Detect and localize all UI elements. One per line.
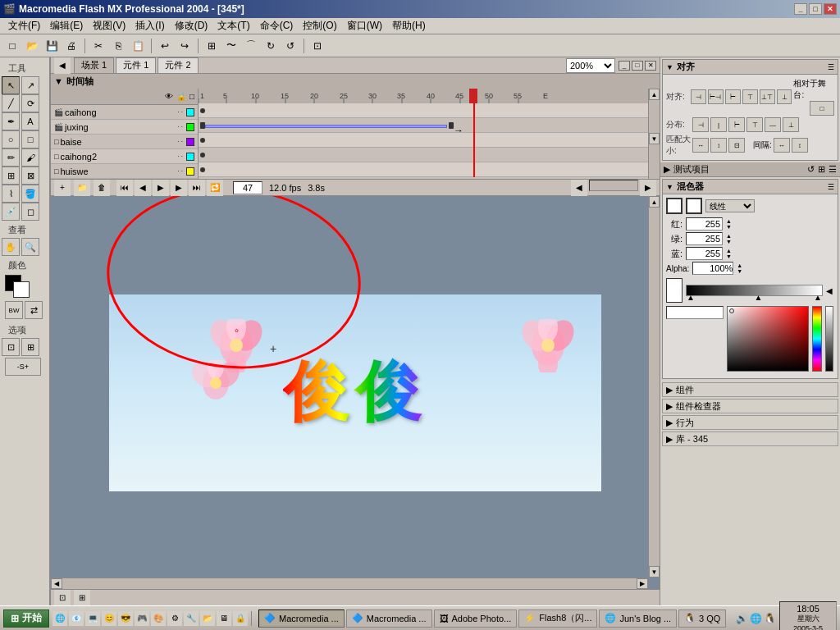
ink-tool[interactable]: ⌇ <box>2 185 20 203</box>
close-button[interactable]: ✕ <box>824 3 837 15</box>
eraser-tool[interactable]: ◻ <box>21 203 39 221</box>
align-bottom-button[interactable]: ⊥ <box>777 89 792 104</box>
gradient-bar[interactable]: ▲ ▲ ▲ <box>686 285 823 296</box>
paste-button[interactable]: 📋 <box>129 37 147 55</box>
blue-spinner[interactable]: ▲ ▼ <box>726 248 732 259</box>
align-right-button[interactable]: ⊢ <box>725 89 741 104</box>
timeline-toggle[interactable]: ▼ <box>54 76 63 86</box>
canvas-scroll-left[interactable]: ◀ <box>51 578 62 589</box>
gradient-stroke-preview[interactable] <box>666 278 682 303</box>
quicklaunch-btn2[interactable]: 📧 <box>69 611 84 626</box>
lasso-tool[interactable]: ⟳ <box>21 94 39 112</box>
black-white-button[interactable]: BW <box>5 301 23 319</box>
scroll-left-button[interactable]: ◀ <box>571 180 587 196</box>
library-panel[interactable]: ▶ 库 - 345 <box>662 431 838 446</box>
quicklaunch-btn4[interactable]: 😊 <box>102 611 116 626</box>
space-v-button[interactable]: ↕ <box>792 138 808 153</box>
stage[interactable]: + ✿ <box>109 294 601 491</box>
layer-name-baise[interactable]: baise <box>60 137 176 147</box>
prev-frame-button[interactable]: ◀ <box>135 180 151 196</box>
scroll-down-button[interactable]: ▼ <box>649 133 660 144</box>
quicklaunch-btn5[interactable]: 😎 <box>118 611 133 626</box>
distribute-top-button[interactable]: ⊤ <box>746 117 763 132</box>
taskbar-app-3[interactable]: 🖼 Adobe Photo... <box>434 609 518 628</box>
menu-view[interactable]: 视图(V) <box>88 17 130 34</box>
distribute-left-button[interactable]: ⊣ <box>692 117 709 132</box>
components-panel[interactable]: ▶ 组件 <box>662 382 838 397</box>
menu-edit[interactable]: 编辑(E) <box>45 17 88 34</box>
distribute-hcenter-button[interactable]: | <box>710 117 727 132</box>
fill-color-swatch[interactable] <box>13 281 30 298</box>
smooth-button[interactable]: 〜 <box>222 37 240 55</box>
canvas-status-btn1[interactable]: ⊡ <box>54 590 71 606</box>
canvas-vscrollbar[interactable]: ▲ ▼ <box>648 196 660 578</box>
match-width-button[interactable]: ↔ <box>692 138 709 153</box>
timeline-hscrollbar[interactable] <box>589 180 638 191</box>
text-tool[interactable]: A <box>21 112 39 130</box>
inner-minimize[interactable]: _ <box>619 61 630 71</box>
zoom-select[interactable]: 200% 100% 50% <box>566 58 615 73</box>
fill-preview[interactable] <box>686 198 702 214</box>
align-top-button[interactable]: ⊤ <box>742 89 758 104</box>
taskbar-app-2[interactable]: 🔷 Macromedia ... <box>346 609 432 628</box>
scene-tab-1[interactable]: 场景 1 <box>74 57 114 74</box>
select-tool[interactable]: ↖ <box>2 76 20 94</box>
frame-row-baise[interactable] <box>199 133 648 148</box>
color-type-select[interactable]: 线性 <box>705 199 755 212</box>
menu-help[interactable]: 帮助(H) <box>387 17 431 34</box>
align-vcenter-button[interactable]: ⊥⊤ <box>760 89 775 104</box>
red-input[interactable] <box>686 217 723 231</box>
test-panel-refresh-icon[interactable]: ↺ <box>807 164 815 175</box>
first-frame-button[interactable]: ⏮ <box>116 180 133 196</box>
test-panel-expand-icon[interactable]: ⊞ <box>818 164 825 175</box>
taskbar-app-4[interactable]: ⚡ Flash8（闪... <box>518 609 597 628</box>
gradient-stop-right[interactable]: ▲ <box>814 293 822 302</box>
frame-row-caihong2[interactable] <box>199 148 648 162</box>
canvas-hscrollbar[interactable]: ◀ ▶ <box>51 578 648 589</box>
rotate-ccw-button[interactable]: ↺ <box>281 37 299 55</box>
taskbar-app-5[interactable]: 🌐 Jun's Blog ... <box>599 609 677 628</box>
option-1[interactable]: ⊡ <box>2 338 20 356</box>
current-frame-input[interactable] <box>233 181 262 194</box>
test-panel-menu-icon[interactable]: ☰ <box>829 164 837 175</box>
snap-button[interactable]: ⊞ <box>203 37 221 55</box>
scroll-thumb[interactable] <box>649 100 660 133</box>
menu-window[interactable]: 窗口(W) <box>342 17 387 34</box>
pen-tool[interactable]: ✒ <box>2 112 20 130</box>
print-button[interactable]: 🖨 <box>62 37 80 55</box>
layer-eye-juxing[interactable]: · <box>178 123 180 130</box>
distribute-right-button[interactable]: ⊢ <box>728 117 745 132</box>
line-tool[interactable]: ╱ <box>2 94 20 112</box>
back-button[interactable]: ◀ <box>54 57 71 74</box>
align-hcenter-button[interactable]: ⊢⊣ <box>708 89 724 104</box>
scroll-right-button[interactable]: ▶ <box>640 180 656 196</box>
swap-colors-button[interactable]: ⇄ <box>25 301 43 319</box>
layer-name-juxing[interactable]: juxing <box>65 122 176 132</box>
distribute-bottom-button[interactable]: ⊥ <box>783 117 799 132</box>
component-inspector-panel[interactable]: ▶ 组件检查器 <box>662 399 838 413</box>
canvas-scroll-down[interactable]: ▼ <box>649 566 660 578</box>
match-both-button[interactable]: ⊡ <box>728 138 745 153</box>
oval-tool[interactable]: ○ <box>2 130 20 148</box>
layer-lock-baise[interactable]: · <box>181 138 183 145</box>
layer-name-huiswe[interactable]: huiswe <box>60 167 176 176</box>
new-button[interactable]: □ <box>3 37 21 55</box>
option-3[interactable]: -S+ <box>5 358 41 376</box>
brush-tool[interactable]: 🖌 <box>21 148 39 167</box>
distribute-vcenter-button[interactable]: — <box>765 117 781 132</box>
copy-button[interactable]: ⎘ <box>109 37 127 55</box>
menu-control[interactable]: 控制(O) <box>298 17 341 34</box>
frame-row-huiswe[interactable] <box>199 162 648 177</box>
layer-name-caihong2[interactable]: caihong2 <box>60 152 176 162</box>
loop-button[interactable]: 🔁 <box>207 180 223 196</box>
hand-tool[interactable]: ✋ <box>2 238 20 256</box>
alpha-input[interactable] <box>692 262 733 275</box>
quicklaunch-btn7[interactable]: 🎨 <box>151 611 166 626</box>
free-xform-tool[interactable]: ⊞ <box>2 167 20 185</box>
quicklaunch-btn3[interactable]: 💻 <box>85 611 100 626</box>
paint-bucket-tool[interactable]: 🪣 <box>21 185 39 203</box>
gradient-stop-left[interactable]: ▲ <box>687 293 695 302</box>
inner-restore[interactable]: □ <box>632 61 643 71</box>
rotate-cw-button[interactable]: ↻ <box>262 37 280 55</box>
add-folder-button[interactable]: 📁 <box>74 180 90 196</box>
